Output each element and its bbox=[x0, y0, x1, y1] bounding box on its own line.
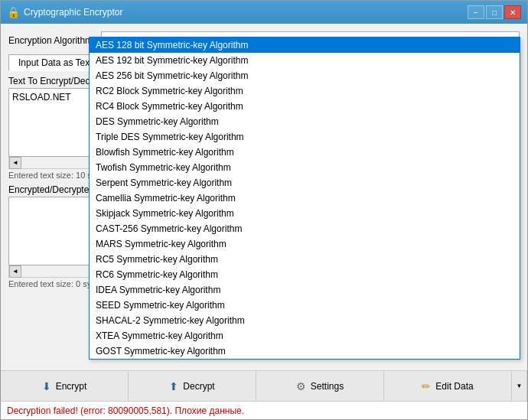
dropdown-item[interactable]: CAST-256 Symmetric-key Algorithm bbox=[90, 221, 520, 236]
dropdown-item[interactable]: XTEA Symmetric-key Algorithm bbox=[90, 328, 520, 343]
dropdown-item[interactable]: Twofish Symmetric-key Algorithm bbox=[90, 160, 520, 175]
app-icon: 🔒 bbox=[7, 6, 19, 18]
main-window: 🔒 Cryptographic Encryptor − □ ✕ Encrypti… bbox=[0, 0, 528, 420]
encrypt-icon: ⬇ bbox=[42, 380, 51, 392]
dropdown-item[interactable]: RC2 Block Symmetric-key Algorithm bbox=[90, 83, 520, 99]
minimize-button[interactable]: − bbox=[468, 5, 484, 19]
dropdown-item[interactable]: MARS Symmetric-key Algorithm bbox=[90, 236, 520, 252]
settings-icon: ⚙ bbox=[296, 380, 306, 392]
dropdown-item[interactable]: IDEA Symmetric-key Algorithm bbox=[90, 282, 520, 298]
error-message: Decryption failed! (error: 80090005,581)… bbox=[7, 405, 244, 416]
dropdown-item[interactable]: AES 192 bit Symmetric-key Algorithm bbox=[90, 53, 520, 68]
window-controls: − □ ✕ bbox=[468, 5, 521, 19]
algorithm-dropdown-overlay: AES 128 bit Symmetric-key AlgorithmAES 1… bbox=[89, 37, 520, 360]
status-bar: Decryption failed! (error: 80090005,581)… bbox=[1, 401, 527, 419]
enc-scroll-left-btn[interactable]: ◄ bbox=[9, 265, 21, 278]
close-button[interactable]: ✕ bbox=[504, 5, 521, 19]
dropdown-item[interactable]: RC6 Symmetric-key Algorithm bbox=[90, 267, 520, 282]
bottom-action-bar: ⬇ Encrypt ⬆ Decrypt ⚙ Settings ✏ Edit Da… bbox=[1, 370, 527, 401]
dropdown-item[interactable]: AES 128 bit Symmetric-key Algorithm bbox=[90, 37, 520, 53]
dropdown-item[interactable]: RC5 Symmetric-key Algorithm bbox=[90, 252, 520, 267]
edit-data-button[interactable]: ✏ Edit Data bbox=[384, 371, 512, 401]
dropdown-item[interactable]: DES Symmetric-key Algorithm bbox=[90, 114, 520, 129]
dropdown-item[interactable]: RC4 Block Symmetric-key Algorithm bbox=[90, 99, 520, 114]
decrypt-button[interactable]: ⬆ Decrypt bbox=[129, 371, 256, 401]
window-title: Cryptographic Encryptor bbox=[24, 7, 122, 18]
edit-data-dropdown-button[interactable]: ▼ bbox=[512, 371, 527, 401]
dropdown-item[interactable]: SEED Symmetric-key Algorithm bbox=[90, 298, 520, 313]
decrypt-icon: ⬆ bbox=[169, 380, 178, 392]
dropdown-item[interactable]: SHACAL-2 Symmetric-key Algorithm bbox=[90, 313, 520, 328]
algorithm-label: Encryption Algorithm: bbox=[8, 35, 95, 46]
settings-button[interactable]: ⚙ Settings bbox=[256, 371, 384, 401]
dropdown-item[interactable]: Serpent Symmetric-key Algorithm bbox=[90, 175, 520, 190]
edit-icon: ✏ bbox=[422, 380, 431, 392]
encrypt-button[interactable]: ⬇ Encrypt bbox=[1, 371, 129, 401]
dropdown-item[interactable]: AES 256 bit Symmetric-key Algorithm bbox=[90, 68, 520, 83]
dropdown-item[interactable]: Skipjack Symmetric-key Algorithm bbox=[90, 206, 520, 221]
title-bar: 🔒 Cryptographic Encryptor − □ ✕ bbox=[1, 1, 527, 24]
title-bar-left: 🔒 Cryptographic Encryptor bbox=[7, 6, 122, 18]
dropdown-item[interactable]: Camellia Symmetric-key Algorithm bbox=[90, 190, 520, 206]
restore-button[interactable]: □ bbox=[486, 5, 503, 19]
dropdown-item[interactable]: Triple DES Symmetric-key Algorithm bbox=[90, 129, 520, 145]
dropdown-item[interactable]: Blowfish Symmetric-key Algorithm bbox=[90, 145, 520, 160]
scroll-left-btn[interactable]: ◄ bbox=[9, 157, 21, 169]
dropdown-item[interactable]: GOST Symmetric-key Algorithm bbox=[90, 343, 520, 359]
